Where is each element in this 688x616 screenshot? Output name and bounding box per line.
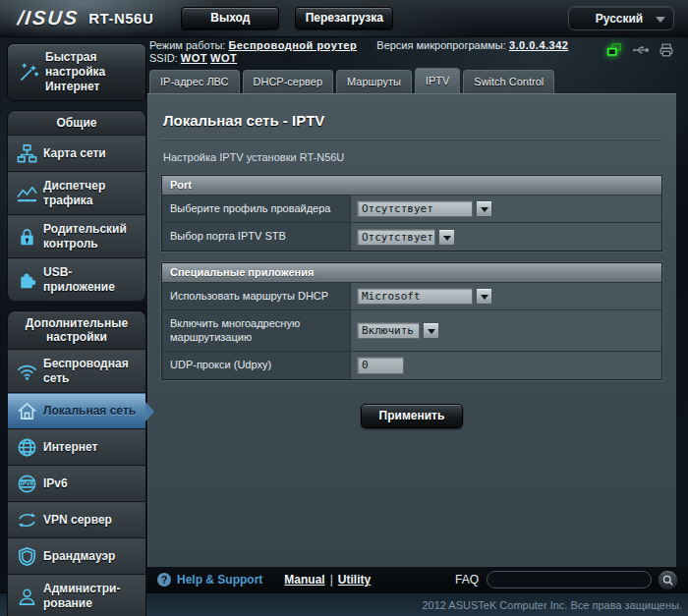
chevron-down-icon bbox=[428, 329, 435, 334]
sidebar-group-general: Общие Карта сети Диспетчер трафика bbox=[7, 110, 146, 302]
stb-port-select[interactable]: Отсутствует bbox=[357, 229, 455, 246]
parental-lock-icon bbox=[10, 226, 43, 249]
tab-iptv[interactable]: IPTV bbox=[415, 68, 460, 93]
firmware-version-link[interactable]: 3.0.0.4.342 bbox=[509, 39, 569, 51]
tab-dhcp-server[interactable]: DHCP-сервер bbox=[243, 70, 334, 93]
footer-bar: Help & Support Manual | Utility FAQ bbox=[147, 567, 688, 592]
page-title: Локальная сеть - IPTV bbox=[161, 104, 662, 140]
sidebar-group-advanced: Дополнительные настройки Беспроводная се… bbox=[7, 310, 146, 616]
language-value: Русский bbox=[596, 12, 644, 26]
select-value: Отсутствует bbox=[357, 200, 473, 217]
group-title: Общие bbox=[7, 110, 146, 136]
magic-wand-icon bbox=[12, 61, 45, 84]
select-arrow-button[interactable] bbox=[423, 322, 439, 339]
firewall-shield-icon bbox=[10, 545, 43, 568]
special-applications-section: Специальные приложения Использовать марш… bbox=[161, 262, 662, 380]
sidebar-item-network-map[interactable]: Карта сети bbox=[7, 136, 146, 172]
sidebar-item-label: USB-приложение bbox=[43, 265, 143, 295]
ssid-link-1[interactable]: WOT bbox=[181, 52, 207, 64]
section-title: Специальные приложения bbox=[162, 263, 661, 283]
admin-user-icon bbox=[10, 586, 43, 608]
sidebar-item-traffic-manager[interactable]: Диспетчер трафика bbox=[7, 172, 146, 215]
select-arrow-button[interactable] bbox=[438, 229, 455, 246]
lan-status-icon[interactable] bbox=[605, 42, 623, 60]
sidebar-item-label: Карта сети bbox=[43, 146, 106, 161]
ipv6-icon: IPv6 bbox=[10, 473, 43, 495]
help-support-link[interactable]: Help & Support bbox=[177, 573, 262, 587]
operation-mode-link[interactable]: Беспроводной роутер bbox=[228, 39, 357, 51]
select-value: Отсутствует bbox=[357, 229, 435, 246]
sidebar-item-wireless[interactable]: Беспроводная сеть bbox=[7, 350, 146, 393]
select-arrow-button[interactable] bbox=[476, 288, 492, 305]
table-row: Включить многоадресную маршрутизацию Вкл… bbox=[162, 310, 661, 352]
faq-search-input[interactable] bbox=[487, 571, 652, 588]
sidebar-item-label: IPv6 bbox=[43, 476, 68, 491]
chevron-down-icon bbox=[656, 17, 665, 23]
sidebar-item-quick-setup[interactable]: Быстрая настройка Интернет bbox=[7, 43, 146, 101]
chevron-down-icon bbox=[443, 236, 451, 241]
usb-app-puzzle-icon bbox=[10, 269, 43, 292]
sidebar-item-wan[interactable]: Интернет bbox=[7, 429, 146, 466]
tab-routes[interactable]: Маршруты bbox=[336, 70, 412, 93]
sidebar-item-firewall[interactable]: Брандмауэр bbox=[7, 538, 146, 575]
sidebar-item-label: Быстрая настройка Интернет bbox=[45, 50, 142, 94]
select-value: Включить bbox=[357, 322, 420, 339]
faq-label: FAQ bbox=[455, 573, 479, 587]
tab-lan-ip[interactable]: IP-адрес ЛВС bbox=[149, 70, 240, 93]
tab-switch-control[interactable]: Switch Control bbox=[463, 70, 554, 93]
ssid-link-2[interactable]: WOT bbox=[210, 52, 237, 64]
select-arrow-button[interactable] bbox=[476, 200, 492, 217]
firmware-label: Версия микропрограммы: bbox=[376, 39, 506, 51]
router-admin-page: /ISUS RT-N56U Выход Перезагрузка Русский… bbox=[0, 0, 688, 616]
sidebar: Быстрая настройка Интернет Общие Карта с… bbox=[0, 37, 147, 592]
manual-link[interactable]: Manual bbox=[284, 573, 324, 587]
multicast-routing-select[interactable]: Включить bbox=[357, 322, 439, 339]
sidebar-item-administration[interactable]: Администри- рование bbox=[7, 575, 146, 616]
usb-icon[interactable] bbox=[632, 43, 650, 59]
sidebar-item-label: Интернет bbox=[43, 440, 97, 455]
ssid-label: SSID: bbox=[149, 52, 178, 64]
chevron-down-icon bbox=[481, 207, 488, 212]
logout-button[interactable]: Выход bbox=[181, 7, 279, 29]
select-value: Microsoft bbox=[357, 288, 473, 305]
sidebar-item-label: Беспроводная сеть bbox=[43, 357, 143, 386]
sidebar-item-label: Брандмауэр bbox=[43, 549, 115, 564]
row-label: Использовать маршруты DHCP bbox=[162, 283, 351, 309]
home-lan-icon bbox=[10, 400, 43, 422]
sidebar-item-usb-application[interactable]: USB-приложение bbox=[7, 258, 146, 302]
footer-divider: | bbox=[330, 573, 333, 587]
table-row: Использовать маршруты DHCP Microsoft bbox=[162, 283, 661, 310]
content-panel: Локальная сеть - IPTV Настройка IPTV уст… bbox=[147, 93, 676, 567]
faq-search-button[interactable] bbox=[658, 570, 678, 590]
sidebar-item-label: Локальная сеть bbox=[43, 404, 136, 419]
sidebar-item-vpn-server[interactable]: VPN сервер bbox=[7, 502, 146, 538]
sidebar-item-label: VPN сервер bbox=[43, 513, 112, 528]
vpn-icon bbox=[10, 509, 43, 532]
provider-profile-select[interactable]: Отсутствует bbox=[357, 200, 492, 217]
asus-logo: /ISUS bbox=[17, 7, 81, 29]
traffic-chart-icon bbox=[10, 183, 43, 205]
utility-link[interactable]: Utility bbox=[338, 573, 371, 587]
top-header: /ISUS RT-N56U Выход Перезагрузка Русский bbox=[0, 0, 688, 37]
svg-text:IPv6: IPv6 bbox=[20, 480, 33, 486]
sidebar-item-lan[interactable]: Локальная сеть bbox=[7, 393, 146, 429]
reboot-button[interactable]: Перезагрузка bbox=[295, 7, 393, 29]
help-question-icon bbox=[157, 573, 171, 587]
search-icon bbox=[661, 574, 674, 587]
group-title: Дополнительные настройки bbox=[7, 310, 146, 350]
page-description: Настройка IPTV установки RT-N56U bbox=[161, 140, 662, 175]
dhcp-routes-select[interactable]: Microsoft bbox=[357, 288, 492, 305]
printer-icon[interactable] bbox=[659, 42, 674, 60]
internet-globe-icon bbox=[10, 436, 43, 459]
table-row: Выбор порта IPTV STB Отсутствует bbox=[162, 223, 661, 251]
udp-proxy-input[interactable] bbox=[357, 357, 404, 374]
row-label: Выберите профиль провайдера bbox=[162, 196, 351, 222]
chevron-down-icon bbox=[481, 295, 488, 300]
sidebar-item-parental-control[interactable]: Родительский контроль bbox=[7, 215, 146, 258]
apply-button[interactable]: Применить bbox=[361, 404, 464, 428]
sidebar-item-ipv6[interactable]: IPv6 IPv6 bbox=[7, 466, 146, 502]
table-row: Выберите профиль провайдера Отсутствует bbox=[162, 196, 661, 223]
language-select[interactable]: Русский bbox=[568, 6, 674, 30]
status-bar: Режим работы: Беспроводной роутер Версия… bbox=[147, 37, 688, 67]
network-map-icon bbox=[10, 142, 43, 165]
